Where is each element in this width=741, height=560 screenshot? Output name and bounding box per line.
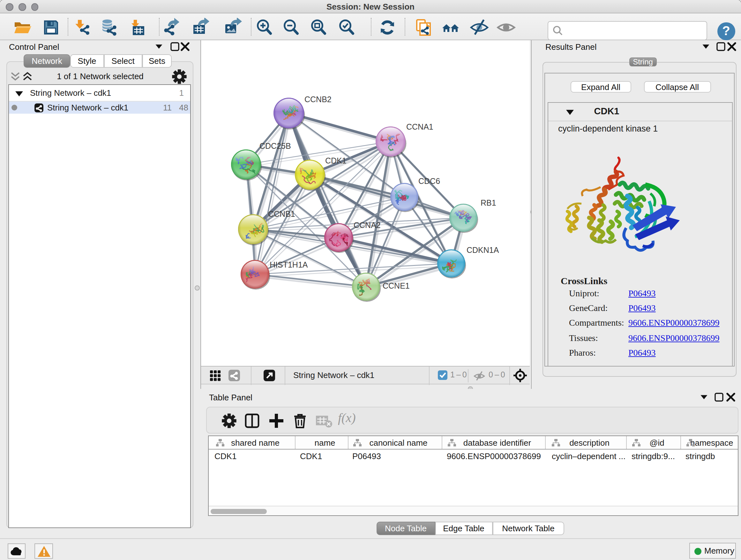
svg-text:CCNE1: CCNE1	[382, 281, 409, 290]
svg-text:CCNB2: CCNB2	[304, 95, 331, 104]
svg-text:RB1: RB1	[480, 198, 496, 207]
svg-text:CCNA2: CCNA2	[353, 221, 381, 230]
svg-text:CDK1: CDK1	[325, 156, 346, 165]
svg-text:CDC6: CDC6	[418, 177, 440, 186]
svg-text:HIST1H1A: HIST1H1A	[269, 260, 308, 269]
svg-text:CCNA1: CCNA1	[406, 122, 433, 131]
svg-text:CDC25B: CDC25B	[259, 141, 291, 150]
svg-text:CCNB1: CCNB1	[268, 209, 295, 219]
svg-text:CDKN1A: CDKN1A	[466, 246, 499, 254]
